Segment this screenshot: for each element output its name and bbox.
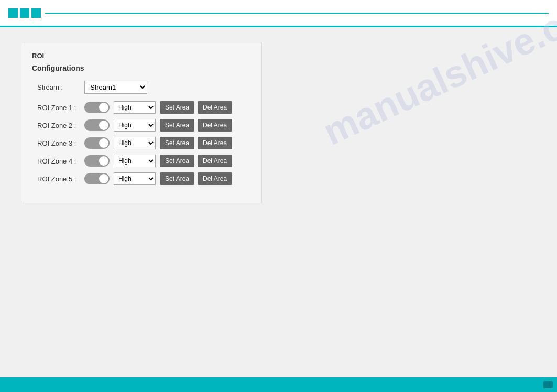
footer-bar <box>0 377 557 392</box>
logo-square-3 <box>31 8 41 18</box>
header-bar <box>0 0 557 27</box>
configurations-title: Configurations <box>32 64 251 72</box>
zone-row-5: ROI Zone 5 :HighMediumLowSet AreaDel Are… <box>32 172 251 185</box>
watermark: manualshive.com <box>317 27 525 153</box>
zone-row-1: ROI Zone 1 :HighMediumLowSet AreaDel Are… <box>32 101 251 114</box>
set-area-button-2[interactable]: Set Area <box>160 119 194 132</box>
header-line <box>45 13 549 14</box>
roi-panel: ROI Configurations Stream : Stream1 Stre… <box>21 43 262 203</box>
set-area-button-3[interactable]: Set Area <box>160 137 194 149</box>
toggle-knob-1 <box>99 103 108 112</box>
toggle-1[interactable] <box>84 102 110 113</box>
toggle-2[interactable] <box>84 119 110 131</box>
quality-select-5[interactable]: HighMediumLow <box>114 172 156 185</box>
logo-square-1 <box>8 8 18 18</box>
del-area-button-1[interactable]: Del Area <box>198 101 232 114</box>
zone-label-1: ROI Zone 1 : <box>37 104 84 112</box>
zone-label-2: ROI Zone 2 : <box>37 122 84 129</box>
zone-row-4: ROI Zone 4 :HighMediumLowSet AreaDel Are… <box>32 155 251 167</box>
set-area-button-4[interactable]: Set Area <box>160 155 194 167</box>
del-area-button-5[interactable]: Del Area <box>198 172 232 185</box>
toggle-5[interactable] <box>84 173 110 184</box>
zone-label-3: ROI Zone 3 : <box>37 139 84 147</box>
toggle-knob-5 <box>99 174 108 183</box>
toggle-knob-2 <box>99 121 108 130</box>
zone-row-2: ROI Zone 2 :HighMediumLowSet AreaDel Are… <box>32 119 251 132</box>
del-area-button-3[interactable]: Del Area <box>198 137 232 149</box>
toggle-knob-4 <box>99 156 108 166</box>
quality-select-1[interactable]: HighMediumLow <box>114 101 156 114</box>
zone-label-5: ROI Zone 5 : <box>37 175 84 183</box>
quality-select-2[interactable]: HighMediumLow <box>114 119 156 132</box>
footer-icon <box>543 381 553 388</box>
stream-select[interactable]: Stream1 Stream2 Stream3 <box>84 81 147 94</box>
toggle-3[interactable] <box>84 137 110 149</box>
quality-select-4[interactable]: HighMediumLow <box>114 155 156 167</box>
main-content: manualshive.com ROI Configurations Strea… <box>0 27 557 377</box>
toggle-4[interactable] <box>84 155 110 167</box>
del-area-button-4[interactable]: Del Area <box>198 155 232 167</box>
stream-row: Stream : Stream1 Stream2 Stream3 <box>32 81 251 94</box>
set-area-button-5[interactable]: Set Area <box>160 172 194 185</box>
quality-select-3[interactable]: HighMediumLow <box>114 137 156 149</box>
header-logo <box>8 8 41 18</box>
zones-container: ROI Zone 1 :HighMediumLowSet AreaDel Are… <box>32 101 251 185</box>
zone-label-4: ROI Zone 4 : <box>37 157 84 165</box>
logo-square-2 <box>20 8 29 18</box>
roi-title: ROI <box>32 52 251 60</box>
zone-row-3: ROI Zone 3 :HighMediumLowSet AreaDel Are… <box>32 137 251 149</box>
del-area-button-2[interactable]: Del Area <box>198 119 232 132</box>
set-area-button-1[interactable]: Set Area <box>160 101 194 114</box>
toggle-knob-3 <box>99 138 108 148</box>
stream-label: Stream : <box>37 83 84 91</box>
